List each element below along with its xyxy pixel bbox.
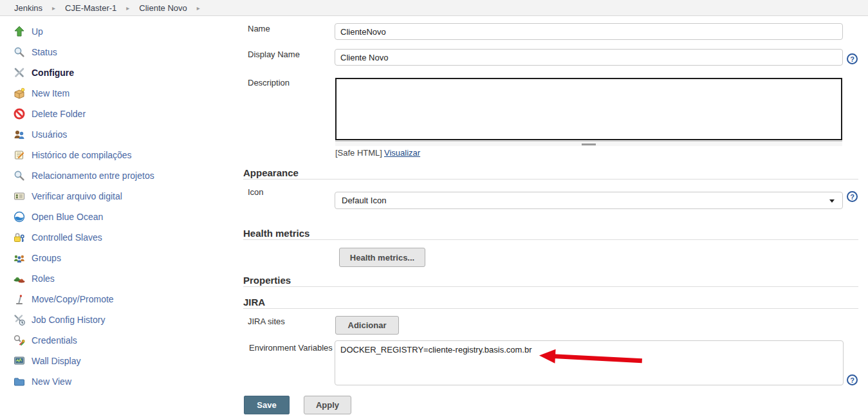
new-item-box-icon [13, 87, 26, 100]
description-textarea[interactable] [335, 78, 842, 140]
icon-select[interactable]: Default Icon [335, 192, 843, 209]
sidebar-item-label: Histórico de compilações [32, 150, 132, 160]
sidebar-item-status[interactable]: Status [0, 42, 232, 62]
users-icon [13, 128, 26, 141]
sidebar-item-new-item[interactable]: New Item [0, 83, 232, 104]
sidebar-item-up[interactable]: Up [0, 21, 232, 42]
side-panel: Up Status Configure New Item [0, 17, 232, 415]
jira-add-button[interactable]: Adicionar [335, 316, 399, 335]
sidebar-item-credentials[interactable]: Credentials [0, 330, 232, 351]
fingerprint-card-icon [13, 190, 26, 203]
name-label: Name [248, 24, 270, 33]
help-icon[interactable]: ? [847, 53, 858, 64]
apply-button[interactable]: Apply [304, 396, 351, 414]
health-metrics-heading: Health metrics [243, 228, 309, 239]
display-name-label: Display Name [248, 50, 300, 59]
health-metrics-button[interactable]: Health metrics... [339, 248, 425, 267]
breadcrumb-item-jenkins[interactable]: Jenkins [14, 3, 42, 13]
name-input[interactable] [335, 23, 843, 40]
sidebar-item-label: Delete Folder [32, 109, 86, 119]
textarea-resize-handle[interactable] [335, 141, 842, 146]
new-view-folder-icon [13, 375, 26, 388]
sidebar-item-fingerprint[interactable]: Verificar arquivo digital [0, 186, 232, 207]
lock-key-icon [13, 231, 26, 244]
sidebar-item-move-copy-promote[interactable]: Move/Copy/Promote [0, 289, 232, 309]
sidebar-item-label: Job Config History [32, 315, 105, 325]
wall-display-icon [13, 355, 26, 367]
sidebar-item-label: New Item [32, 88, 69, 98]
credentials-keys-icon [13, 334, 26, 347]
sidebar-item-label: Wall Display [32, 356, 81, 366]
sidebar-item-label: Relacionamento entre projetos [32, 171, 154, 181]
sidebar-item-configure[interactable]: Configure [0, 62, 232, 83]
sidebar-item-label: New View [32, 376, 71, 387]
build-history-icon [13, 149, 26, 161]
sidebar-item-label: Usuários [32, 129, 67, 140]
breadcrumb-separator-icon: ▸ [197, 5, 200, 12]
up-arrow-icon [13, 25, 26, 38]
sidebar-item-label: Status [32, 47, 57, 57]
search-icon [13, 46, 26, 59]
sidebar-item-label: Open Blue Ocean [32, 212, 103, 222]
help-icon[interactable]: ? [847, 374, 858, 385]
sidebar-item-label: Roles [32, 273, 55, 284]
divider [243, 308, 858, 309]
sidebar-item-project-relationship[interactable]: Relacionamento entre projetos [0, 165, 232, 186]
project-relationship-search-icon [13, 169, 26, 182]
help-icon[interactable]: ? [847, 191, 858, 202]
save-button[interactable]: Save [244, 396, 290, 414]
appearance-heading: Appearance [243, 167, 299, 178]
preview-link[interactable]: Visualizar [384, 148, 420, 158]
breadcrumb-item-folder[interactable]: Cliente Novo [139, 3, 187, 13]
description-label: Description [248, 78, 290, 88]
jira-heading: JIRA [243, 297, 265, 308]
resize-grip-icon [582, 143, 596, 145]
divider [243, 239, 858, 240]
divider [243, 286, 858, 287]
properties-heading: Properties [243, 275, 291, 286]
breadcrumb-separator-icon: ▸ [52, 5, 55, 12]
sidebar-item-usuarios[interactable]: Usuários [0, 124, 232, 145]
sidebar-item-label: Configure [32, 68, 74, 78]
display-name-input[interactable] [335, 49, 843, 66]
sidebar-item-wall-display[interactable]: Wall Display [0, 351, 232, 371]
config-form: Name Display Name ? Description [Safe HT… [232, 17, 868, 415]
jira-sites-label: JIRA sites [248, 317, 285, 326]
sidebar-item-label: Credentials [32, 335, 77, 346]
breadcrumb: Jenkins ▸ CJE-Master-1 ▸ Cliente Novo ▸ [0, 0, 868, 16]
sidebar-item-delete-folder[interactable]: Delete Folder [0, 104, 232, 124]
safe-html-note: [Safe HTML] [335, 148, 382, 158]
sidebar-item-label: Move/Copy/Promote [32, 294, 114, 304]
sidebar-item-roles[interactable]: Roles [0, 268, 232, 289]
move-copy-promote-icon [13, 293, 26, 306]
sidebar-item-build-history[interactable]: Histórico de compilações [0, 145, 232, 165]
job-config-history-icon [13, 313, 26, 326]
sidebar-item-new-view[interactable]: New View [0, 371, 232, 392]
dropdown-arrow-icon [829, 199, 835, 203]
breadcrumb-item-master[interactable]: CJE-Master-1 [65, 3, 116, 13]
env-vars-label: Environment Variables [249, 343, 333, 353]
icon-select-value: Default Icon [342, 196, 386, 205]
jenkins-folder-configure-page: Jenkins ▸ CJE-Master-1 ▸ Cliente Novo ▸ … [0, 0, 868, 415]
icon-label: Icon [248, 187, 264, 197]
roles-hats-icon [13, 272, 26, 285]
sidebar-item-label: Controlled Slaves [32, 232, 102, 243]
breadcrumb-separator-icon: ▸ [126, 5, 129, 12]
task-list: Up Status Configure New Item [0, 17, 232, 392]
sidebar-item-label: Groups [32, 253, 61, 263]
divider [243, 179, 858, 180]
blue-ocean-icon [13, 210, 26, 223]
sidebar-item-job-config-history[interactable]: Job Config History [0, 309, 232, 330]
sidebar-item-groups[interactable]: Groups [0, 248, 232, 268]
groups-icon [13, 252, 26, 264]
sidebar-item-label: Verificar arquivo digital [32, 191, 122, 201]
sidebar-item-label: Up [32, 26, 43, 37]
delete-forbidden-icon [13, 107, 26, 120]
sidebar-item-controlled-slaves[interactable]: Controlled Slaves [0, 227, 232, 248]
configure-tools-icon [13, 66, 26, 79]
env-vars-textarea[interactable]: DOCKER_REGISTRY=cliente-registry.basis.c… [335, 340, 844, 385]
sidebar-item-blue-ocean[interactable]: Open Blue Ocean [0, 207, 232, 227]
